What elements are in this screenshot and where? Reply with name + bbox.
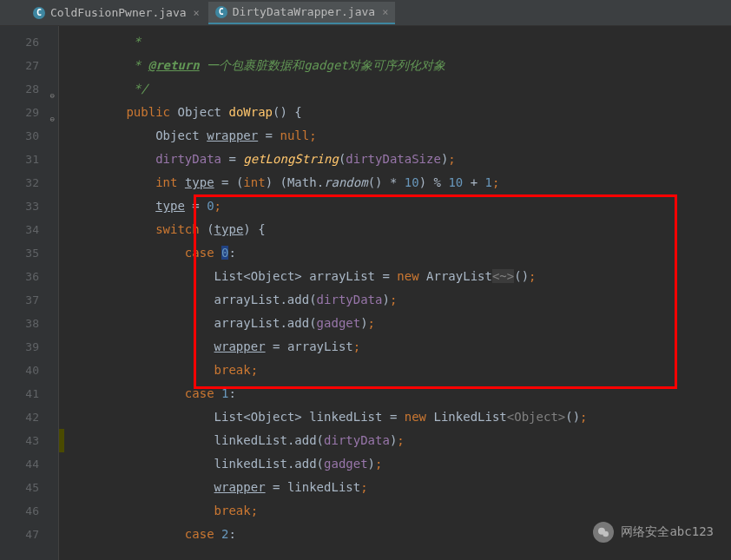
code-line: wrapper = arrayList;	[59, 335, 731, 359]
line-number: 43	[0, 429, 58, 452]
line-number: 27	[0, 54, 58, 77]
line-number: 34	[0, 218, 58, 241]
wechat-icon	[593, 522, 614, 543]
code-line: Object wrapper = null;	[59, 124, 731, 148]
line-number: 41	[0, 382, 58, 405]
line-number: 36	[0, 265, 58, 288]
tab-label: ColdFusionPwner.java	[50, 6, 187, 19]
code-line: case 1:	[59, 382, 731, 405]
line-number: 46	[0, 499, 58, 523]
code-line: * @return 一个包裹脏数据和gadget对象可序列化对象	[59, 54, 731, 77]
line-number: 31	[0, 148, 58, 171]
code-line: arrayList.add(dirtyData);	[59, 288, 731, 312]
close-icon[interactable]: ×	[194, 7, 200, 19]
code-line: linkedList.add(dirtyData);	[59, 429, 731, 452]
line-number: 26	[0, 30, 58, 54]
code-line: List<Object> linkedList = new LinkedList…	[59, 405, 731, 429]
watermark: 网络安全abc123	[593, 522, 714, 543]
java-class-icon: C	[33, 7, 45, 19]
line-number: 40	[0, 359, 58, 382]
line-number: 28⊖	[0, 77, 58, 101]
code-line: type = 0;	[59, 194, 731, 218]
line-number: 29⊖	[0, 101, 58, 124]
line-number: 33	[0, 194, 58, 218]
code-line: linkedList.add(gadget);	[59, 452, 731, 476]
code-line: int type = (int) (Math.random() * 10) % …	[59, 171, 731, 194]
gutter-highlight	[59, 429, 64, 452]
line-number: 30	[0, 124, 58, 148]
line-number: 39	[0, 335, 58, 359]
code-line: */	[59, 77, 731, 101]
tab-dirtydatawrapper[interactable]: C DirtyDataWrapper.java ×	[208, 2, 396, 24]
code-line: *	[59, 30, 731, 54]
line-number: 42	[0, 405, 58, 429]
line-number-gutter: 262728⊖29⊖303132333435363738394041424344…	[0, 26, 59, 560]
code-line: case 0:	[59, 241, 731, 265]
code-area[interactable]: * * @return 一个包裹脏数据和gadget对象可序列化对象 */ pu…	[59, 26, 731, 560]
code-line: wrapper = linkedList;	[59, 476, 731, 499]
code-line: public Object doWrap() {	[59, 101, 731, 124]
line-number: 35	[0, 241, 58, 265]
code-line: dirtyData = getLongString(dirtyDataSize)…	[59, 148, 731, 171]
line-number: 47	[0, 523, 58, 546]
editor: 262728⊖29⊖303132333435363738394041424344…	[0, 26, 731, 560]
line-number: 38	[0, 312, 58, 335]
code-line: arrayList.add(gadget);	[59, 312, 731, 335]
watermark-text: 网络安全abc123	[621, 524, 714, 540]
line-number: 44	[0, 452, 58, 476]
editor-tabs: C ColdFusionPwner.java × C DirtyDataWrap…	[0, 0, 731, 26]
line-number: 37	[0, 288, 58, 312]
line-number: 32	[0, 171, 58, 194]
tab-label: DirtyDataWrapper.java	[233, 5, 375, 18]
line-number: 45	[0, 476, 58, 499]
code-line: switch (type) {	[59, 218, 731, 241]
svg-point-1	[603, 531, 609, 537]
java-class-icon: C	[215, 6, 227, 18]
fold-icon[interactable]: ⊖	[46, 84, 55, 93]
code-line: break;	[59, 359, 731, 382]
code-line: List<Object> arrayList = new ArrayList<~…	[59, 265, 731, 288]
fold-icon[interactable]: ⊖	[46, 108, 55, 116]
code-line: break;	[59, 499, 731, 523]
close-icon[interactable]: ×	[382, 6, 388, 18]
tab-coldfusionpwner[interactable]: C ColdFusionPwner.java ×	[26, 2, 207, 24]
